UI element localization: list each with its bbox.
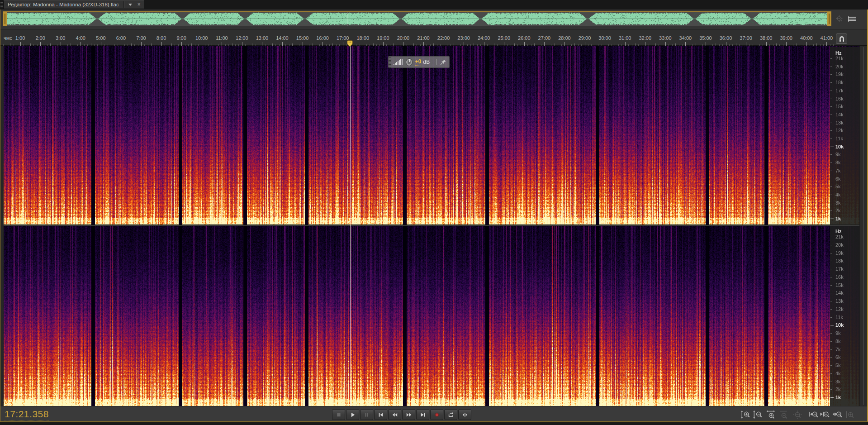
freq-tick bbox=[830, 138, 832, 139]
freq-tick bbox=[830, 325, 834, 325]
volume-hud[interactable]: +0 dB bbox=[388, 56, 450, 68]
spectrogram-channel-left[interactable] bbox=[4, 46, 859, 224]
freq-label: 4k bbox=[835, 191, 841, 198]
fast-forward-button[interactable] bbox=[402, 409, 415, 420]
ruler-minute-label: 26:00 bbox=[518, 35, 531, 41]
play-button[interactable] bbox=[346, 409, 359, 420]
ruler-minute-label: 31:00 bbox=[619, 35, 631, 41]
freq-tick bbox=[830, 382, 832, 382]
zoom-in-vertical-icon[interactable] bbox=[740, 410, 750, 419]
overview-zoom-out-full-icon[interactable] bbox=[835, 15, 844, 23]
freq-tick bbox=[830, 397, 834, 398]
snap-magnet-button[interactable] bbox=[836, 33, 847, 44]
spectral-display-area: Hz21k20k19k18k17k16k15k14k13k12k11k10k9k… bbox=[0, 46, 868, 406]
pin-icon[interactable] bbox=[440, 59, 449, 65]
panel-menu-icon[interactable] bbox=[848, 16, 856, 22]
overview-left-handle[interactable] bbox=[3, 12, 7, 26]
freq-label: 10k bbox=[835, 322, 844, 328]
overview-right-handle[interactable] bbox=[827, 12, 831, 26]
ruler-minute-label: 18:00 bbox=[356, 35, 369, 41]
ruler-minute-label: 7:00 bbox=[136, 35, 146, 41]
skip-selection-button[interactable] bbox=[458, 409, 471, 420]
ruler-minute-label: 6:00 bbox=[116, 35, 126, 41]
time-display[interactable]: 17:21.358 bbox=[5, 409, 49, 420]
freq-label: 8k bbox=[835, 159, 841, 166]
panel-grip[interactable] bbox=[0, 1, 3, 8]
freq-label: 20k bbox=[835, 63, 844, 70]
freq-tick bbox=[830, 58, 832, 59]
freq-tick bbox=[830, 237, 832, 237]
freq-label: 11k bbox=[835, 135, 843, 142]
freq-label: 6k bbox=[835, 354, 841, 360]
freq-label: 4k bbox=[835, 370, 841, 377]
timeline-ruler[interactable]: чмс 1:002:003:004:005:006:007:008:009:00… bbox=[0, 29, 868, 46]
ruler-minute-label: 37:00 bbox=[740, 35, 752, 41]
ruler-minute-label: 36:00 bbox=[720, 35, 732, 41]
freq-tick bbox=[830, 195, 832, 195]
ruler-minute-label: 41:00 bbox=[821, 35, 833, 41]
freq-label: 19k bbox=[835, 71, 844, 77]
freq-tick bbox=[830, 203, 832, 203]
overview-range-box[interactable] bbox=[3, 11, 831, 26]
tab-close-icon[interactable]: × bbox=[134, 2, 144, 7]
freq-tick bbox=[830, 365, 832, 366]
freq-label: 5k bbox=[835, 362, 841, 368]
volume-knob[interactable] bbox=[406, 58, 413, 66]
freq-tick bbox=[830, 186, 832, 187]
skip-to-end-button[interactable] bbox=[416, 409, 429, 420]
freq-tick bbox=[830, 162, 832, 163]
ruler-minute-label: 38:00 bbox=[760, 35, 773, 41]
zoom-out-full-icon[interactable] bbox=[792, 410, 802, 419]
zoom-to-out-point-icon[interactable] bbox=[820, 410, 830, 419]
zoom-to-selection-icon[interactable] bbox=[832, 410, 842, 419]
gain-value[interactable]: +0 bbox=[415, 58, 422, 66]
freq-tick bbox=[830, 130, 832, 131]
freq-tick bbox=[830, 67, 832, 67]
ruler-minute-label: 21:00 bbox=[417, 35, 430, 41]
freq-label: 15k bbox=[835, 103, 844, 110]
freq-tick bbox=[830, 115, 832, 115]
overview-waveform[interactable] bbox=[7, 12, 828, 26]
freq-label: 18k bbox=[835, 79, 844, 86]
freq-label: 7k bbox=[835, 167, 841, 174]
frequency-scale-right[interactable]: Hz21k20k19k18k17k16k15k14k13k12k11k10k9k… bbox=[830, 226, 859, 406]
ruler-minute-label: 34:00 bbox=[679, 35, 692, 41]
freq-label: 6k bbox=[835, 176, 841, 182]
panel-frame-left bbox=[0, 10, 0, 422]
frequency-scale-left[interactable]: Hz21k20k19k18k17k16k15k14k13k12k11k10k9k… bbox=[830, 47, 859, 225]
zoom-in-horizontal-icon[interactable] bbox=[766, 410, 776, 419]
hud-grip[interactable] bbox=[389, 57, 391, 67]
freq-label: 1k bbox=[835, 394, 841, 401]
editor-tab[interactable]: Редактор: Madonna - Madonna (32XD-318).f… bbox=[3, 0, 144, 9]
ruler-minute-label: 30:00 bbox=[598, 35, 611, 41]
ruler-minute-label: 20:00 bbox=[397, 35, 410, 41]
vertical-zoom-bar[interactable] bbox=[859, 46, 867, 406]
freq-label: 20k bbox=[835, 242, 844, 248]
loop-playback-button[interactable] bbox=[444, 409, 457, 420]
stop-button[interactable] bbox=[332, 409, 345, 420]
freq-label: 12k bbox=[835, 306, 844, 312]
freq-tick bbox=[830, 277, 832, 277]
zoom-out-vertical-icon[interactable] bbox=[753, 410, 763, 419]
record-button[interactable] bbox=[430, 409, 443, 420]
freq-tick bbox=[830, 210, 832, 211]
ruler-minute-label: 24:00 bbox=[478, 35, 490, 41]
freq-label: 8k bbox=[835, 338, 841, 344]
tab-dropdown-icon[interactable] bbox=[127, 1, 134, 8]
zoom-reset-icon[interactable] bbox=[844, 410, 854, 419]
freq-tick bbox=[830, 261, 832, 261]
freq-label: 2k bbox=[835, 386, 841, 392]
playhead-marker[interactable] bbox=[347, 40, 353, 47]
zoom-to-in-point-icon[interactable] bbox=[808, 410, 818, 419]
freq-tick bbox=[830, 253, 832, 253]
skip-to-start-button[interactable] bbox=[374, 409, 387, 420]
ruler-minute-label: 9:00 bbox=[176, 35, 186, 41]
freq-label: 11k bbox=[835, 314, 843, 320]
pause-button[interactable] bbox=[360, 409, 373, 420]
freq-tick bbox=[830, 317, 832, 318]
status-bar: 17:21.358 bbox=[0, 406, 868, 421]
rewind-button[interactable] bbox=[388, 409, 401, 420]
spectrogram-channel-right[interactable] bbox=[4, 226, 859, 406]
ruler-minute-label: 2:00 bbox=[35, 35, 45, 41]
zoom-out-horizontal-icon[interactable] bbox=[779, 410, 789, 419]
